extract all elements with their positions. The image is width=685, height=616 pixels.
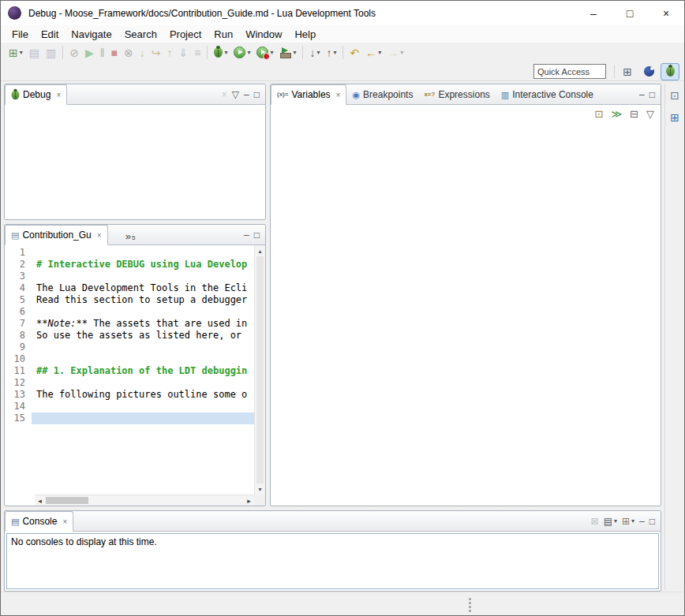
line-text[interactable]: # Interactive DEBUG using Lua Develop [32, 259, 254, 271]
tab-debug[interactable]: Debug × [5, 84, 67, 105]
maximize-button[interactable]: □ [612, 1, 648, 25]
editor-line[interactable]: 10 [5, 353, 254, 365]
editor-line[interactable]: 4The Lua Development Tools in the Ecli [5, 282, 254, 294]
line-number[interactable]: 13 [11, 389, 32, 401]
new-wizard-icon[interactable]: ⊞▾ [6, 44, 25, 62]
close-icon[interactable]: × [97, 231, 102, 240]
line-number[interactable]: 11 [11, 365, 32, 377]
line-number[interactable]: 7 [11, 318, 32, 330]
close-button[interactable]: × [648, 1, 684, 25]
tab-contribution-guide[interactable]: ▤ Contribution_Gu × [5, 225, 108, 245]
vertical-scrollbar-thumb[interactable] [256, 256, 264, 483]
previous-annotation-icon[interactable]: ↑▾ [324, 44, 339, 62]
display-selected-console-icon[interactable]: ▤▾ [602, 513, 619, 529]
menu-project[interactable]: Project [163, 26, 208, 43]
vertical-scrollbar[interactable]: ▴ ▾ [254, 245, 265, 495]
scroll-right-icon[interactable]: ▸ [244, 495, 254, 506]
minimize-view-icon[interactable]: – [638, 87, 646, 103]
tab-variables[interactable]: (x)=Variables× [271, 84, 346, 105]
editor-line[interactable]: 7**Note:** The assets that are used in [5, 318, 254, 330]
line-number[interactable]: 8 [11, 330, 32, 342]
line-text[interactable]: So use the assets as listed here, or [32, 330, 254, 342]
open-perspective-icon[interactable]: ⊞ [618, 63, 637, 80]
debug-perspective-icon[interactable] [661, 63, 679, 80]
editor-line[interactable]: 8So use the assets as listed here, or [5, 330, 254, 342]
close-icon[interactable]: × [56, 91, 61, 99]
line-text[interactable]: The Lua Development Tools in the Ecli [32, 282, 254, 294]
line-text[interactable] [32, 353, 254, 365]
line-text[interactable] [32, 271, 254, 282]
horizontal-scrollbar[interactable]: ◂ ▸ [35, 495, 254, 506]
line-number[interactable]: 3 [11, 271, 32, 282]
restore-views-icon[interactable]: ⊡ [668, 87, 682, 104]
line-number[interactable]: 2 [11, 259, 32, 271]
close-icon[interactable]: × [62, 517, 67, 526]
line-text[interactable]: ## 1. Explanation of the LDT debuggin [32, 365, 254, 377]
navigate-variables-icon[interactable]: ≫ [608, 105, 624, 122]
editor-line[interactable]: 9 [5, 342, 254, 353]
horizontal-scrollbar-thumb[interactable] [46, 497, 88, 504]
line-text[interactable] [32, 413, 254, 424]
editor-line[interactable]: 3 [5, 271, 254, 282]
tab-console[interactable]: ▤ Console × [5, 511, 73, 532]
view-menu-icon[interactable]: ▽ [230, 87, 241, 103]
line-text[interactable]: The following pictures outline some o [32, 389, 254, 401]
menu-search[interactable]: Search [118, 26, 163, 43]
tab-overflow-chevron[interactable]: » 5 [122, 225, 139, 245]
run-icon[interactable]: ▾ [231, 44, 253, 62]
minimize-view-icon[interactable]: – [638, 513, 646, 529]
line-text[interactable] [32, 306, 254, 318]
title-bar[interactable]: Debug - Moose_Framework/docs/Contributio… [1, 1, 684, 25]
maximize-view-icon[interactable]: □ [253, 227, 261, 243]
external-tools-icon[interactable]: ▾ [277, 44, 298, 62]
close-icon[interactable]: × [336, 91, 341, 99]
maximize-view-icon[interactable]: □ [253, 87, 261, 103]
minimize-button[interactable]: – [575, 1, 612, 25]
editor-line[interactable]: 2# Interactive DEBUG using Lua Develop [5, 259, 254, 271]
view-menu-icon[interactable]: ▽ [644, 105, 657, 122]
editor-line[interactable]: 6 [5, 306, 254, 318]
debug-launch-icon[interactable]: ▾ [211, 44, 230, 62]
menu-edit[interactable]: Edit [35, 26, 65, 43]
line-text[interactable] [32, 401, 254, 413]
variables-content[interactable] [271, 122, 661, 506]
line-number[interactable]: 6 [11, 306, 32, 318]
menu-run[interactable]: Run [208, 26, 239, 43]
editor-line[interactable]: 12 [5, 377, 254, 389]
line-number[interactable]: 10 [11, 353, 32, 365]
console-content[interactable]: No consoles to display at this time. [6, 533, 659, 589]
minimize-view-icon[interactable]: – [242, 227, 251, 243]
line-number[interactable]: 4 [11, 282, 32, 294]
sash-grip[interactable] [469, 598, 471, 600]
menu-help[interactable]: Help [288, 26, 322, 43]
editor-line[interactable]: 5Read this section to setup a debugger [5, 294, 254, 306]
line-number[interactable]: 5 [11, 294, 32, 306]
line-number[interactable]: 14 [11, 401, 32, 413]
editor-line[interactable]: 14 [5, 401, 254, 413]
line-text[interactable] [32, 247, 254, 259]
line-text[interactable] [32, 377, 254, 389]
maximize-view-icon[interactable]: □ [648, 513, 657, 529]
scroll-up-icon[interactable]: ▴ [255, 245, 265, 256]
editor-line[interactable]: 13The following pictures outline some o [5, 389, 254, 401]
line-text[interactable]: **Note:** The assets that are used in [32, 318, 254, 330]
open-console-icon[interactable]: ⊞▾ [620, 513, 636, 529]
line-number[interactable]: 1 [11, 247, 32, 259]
editor-line[interactable]: 1 [5, 247, 254, 259]
next-annotation-icon[interactable]: ↓▾ [307, 44, 322, 62]
minimize-view-icon[interactable]: – [242, 87, 251, 103]
lua-perspective-icon[interactable] [639, 63, 658, 80]
scroll-left-icon[interactable]: ◂ [35, 495, 45, 506]
menu-file[interactable]: File [6, 26, 35, 43]
editor-area[interactable]: 12# Interactive DEBUG using Lua Develop3… [5, 245, 265, 506]
line-text[interactable] [32, 342, 254, 353]
run-last-tool-icon[interactable]: ▾ [254, 44, 275, 62]
line-number[interactable]: 15 [11, 413, 32, 424]
tab-expressions[interactable]: x=?Expressions [418, 84, 495, 105]
minimized-view-stack-icon[interactable]: ⊞ [668, 109, 682, 126]
maximize-view-icon[interactable]: □ [648, 87, 657, 103]
menu-window[interactable]: Window [239, 26, 288, 43]
line-number[interactable]: 12 [11, 377, 32, 389]
tab-breakpoints[interactable]: ◉Breakpoints [346, 84, 418, 105]
line-text[interactable]: Read this section to setup a debugger [32, 294, 254, 306]
